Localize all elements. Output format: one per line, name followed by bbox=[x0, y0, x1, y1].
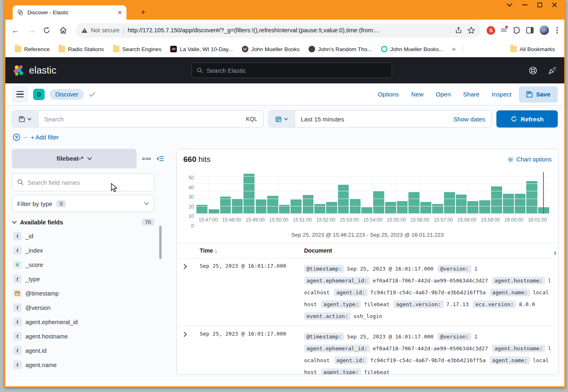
window-menu-chevron-icon[interactable] bbox=[507, 3, 512, 7]
window-minimize-button[interactable] bbox=[522, 4, 527, 6]
field-item[interactable]: tagent.name bbox=[12, 358, 164, 372]
back-button[interactable]: ← bbox=[10, 26, 21, 35]
space-badge[interactable]: D bbox=[33, 89, 45, 100]
browser-tab[interactable]: Discover - Elastic ✕ bbox=[13, 5, 126, 20]
breadcrumb[interactable]: Discover bbox=[50, 89, 84, 100]
histogram-bar[interactable] bbox=[397, 201, 408, 214]
date-quick-select-button[interactable] bbox=[269, 111, 295, 127]
time-range-value[interactable]: Last 15 minutes bbox=[295, 111, 448, 127]
bookmark-item[interactable]: Reference bbox=[11, 44, 53, 54]
browser-menu-icon[interactable] bbox=[555, 27, 560, 34]
histogram-bar[interactable] bbox=[255, 199, 266, 214]
histogram-bar[interactable] bbox=[408, 192, 419, 214]
histogram-bar[interactable] bbox=[456, 195, 467, 214]
query-search-input[interactable] bbox=[38, 111, 240, 127]
saved-query-menu-button[interactable] bbox=[12, 111, 38, 127]
expand-row-icon[interactable] bbox=[183, 263, 200, 322]
help-icon[interactable] bbox=[529, 66, 537, 75]
url-text[interactable]: http://172.105.7.150/app/discover#/?_g=(… bbox=[128, 27, 452, 34]
histogram-bar[interactable] bbox=[467, 201, 478, 214]
field-item[interactable]: tagent.ephemeral_id bbox=[12, 315, 164, 329]
field-item[interactable]: @timestamp bbox=[12, 286, 164, 300]
home-button[interactable] bbox=[59, 27, 70, 34]
bookmark-item[interactable]: John's Random Tho... bbox=[305, 44, 375, 54]
nav-menu-icon[interactable] bbox=[12, 86, 28, 103]
window-maximize-button[interactable] bbox=[537, 2, 542, 7]
histogram-bar[interactable] bbox=[526, 181, 537, 214]
chevron-down-icon bbox=[284, 118, 288, 121]
field-item[interactable]: tagent.hostname bbox=[12, 329, 164, 343]
new-tab-button[interactable]: + bbox=[139, 8, 148, 17]
menu-link-inspect[interactable]: Inspect bbox=[492, 91, 512, 98]
side-panel-icon[interactable] bbox=[526, 27, 534, 34]
bookmark-star-icon[interactable] bbox=[467, 27, 475, 34]
histogram-bar[interactable] bbox=[338, 185, 349, 214]
tab-close-icon[interactable]: ✕ bbox=[117, 9, 122, 16]
filter-by-type-dropdown[interactable]: Filter by type 0 bbox=[12, 195, 154, 212]
histogram-bar[interactable] bbox=[491, 186, 502, 214]
index-pattern-selector[interactable]: filebeat-* bbox=[12, 149, 137, 168]
refresh-button[interactable]: Refresh bbox=[496, 110, 558, 128]
reload-button[interactable] bbox=[43, 27, 54, 34]
global-search-input[interactable] bbox=[207, 67, 387, 74]
doc-table-scrollbar[interactable] bbox=[554, 251, 556, 255]
query-language-button[interactable]: KQL bbox=[240, 111, 263, 127]
add-filter-button[interactable]: + Add filter bbox=[31, 134, 59, 141]
bookmark-item[interactable]: La Valle, WI 10-Day... bbox=[167, 44, 236, 54]
collapse-sidebar-icon[interactable] bbox=[156, 156, 164, 161]
menu-link-new[interactable]: New bbox=[411, 91, 424, 98]
histogram-bar[interactable] bbox=[385, 202, 396, 214]
bookmark-item[interactable]: Radio Stations bbox=[55, 44, 108, 54]
histogram-bar[interactable] bbox=[326, 202, 337, 214]
histogram-bar[interactable] bbox=[291, 199, 302, 214]
window-close-button[interactable] bbox=[552, 2, 557, 7]
field-item[interactable]: tagent.id bbox=[12, 343, 164, 358]
chart-options-button[interactable]: Chart options bbox=[507, 156, 552, 163]
histogram-bar[interactable] bbox=[220, 197, 231, 214]
global-search[interactable] bbox=[192, 63, 392, 78]
forward-button[interactable]: → bbox=[27, 26, 37, 35]
field-item[interactable]: t@version bbox=[12, 300, 164, 315]
y-axis-tick: 30 bbox=[189, 194, 194, 200]
extension-mail-icon[interactable]: ✉ bbox=[501, 26, 507, 35]
bookmark-item[interactable]: WJohn Mueller Books bbox=[238, 44, 304, 54]
share-icon[interactable] bbox=[455, 27, 462, 34]
bookmark-item[interactable]: Search Engines bbox=[109, 44, 165, 54]
profile-avatar[interactable] bbox=[539, 25, 549, 35]
field-item[interactable]: t_type bbox=[12, 272, 164, 286]
extensions-puzzle-icon[interactable] bbox=[513, 27, 521, 34]
histogram-bar[interactable] bbox=[361, 207, 372, 214]
save-button[interactable]: Save bbox=[519, 86, 558, 103]
field-filter-options-icon[interactable] bbox=[142, 158, 151, 160]
menu-link-share[interactable]: Share bbox=[463, 91, 480, 98]
histogram-bar[interactable] bbox=[373, 191, 384, 214]
histogram-bar[interactable] bbox=[515, 194, 526, 214]
menu-link-open[interactable]: Open bbox=[436, 91, 451, 98]
field-item[interactable]: t_id bbox=[12, 229, 164, 243]
histogram-bar[interactable] bbox=[479, 200, 490, 214]
bookmark-item[interactable]: John Mueller Books... bbox=[377, 44, 447, 54]
all-bookmarks-button[interactable]: All Bookmarks bbox=[507, 44, 559, 54]
newsfeed-icon[interactable] bbox=[548, 66, 557, 75]
elastic-logo[interactable]: elastic bbox=[13, 64, 56, 76]
time-column-header[interactable]: Time ↓ bbox=[200, 247, 304, 254]
menu-link-options[interactable]: Options bbox=[378, 91, 399, 98]
bookmarks-overflow-chevron[interactable]: » bbox=[449, 45, 459, 53]
histogram-bar[interactable] bbox=[503, 194, 514, 214]
histogram-bar[interactable] bbox=[243, 174, 255, 214]
field-item[interactable]: t_index bbox=[12, 243, 164, 258]
histogram-bar[interactable] bbox=[420, 202, 431, 214]
field-item[interactable]: #_score bbox=[12, 258, 164, 272]
show-dates-button[interactable]: Show dates bbox=[448, 111, 491, 127]
expand-row-icon[interactable] bbox=[183, 331, 200, 375]
histogram-bar[interactable] bbox=[302, 195, 313, 214]
sidebar-scrollbar[interactable] bbox=[159, 226, 162, 259]
filter-menu-icon[interactable] bbox=[13, 133, 20, 141]
available-fields-chevron-icon[interactable] bbox=[12, 221, 17, 224]
address-bar[interactable]: Not secure | http://172.105.7.150/app/di… bbox=[76, 23, 481, 38]
histogram-bar[interactable] bbox=[444, 192, 455, 214]
not-secure-warning-icon[interactable] bbox=[81, 28, 88, 33]
field-search-input[interactable] bbox=[27, 179, 149, 186]
extension-s-icon[interactable]: S bbox=[487, 26, 495, 35]
folder-icon bbox=[113, 46, 119, 52]
